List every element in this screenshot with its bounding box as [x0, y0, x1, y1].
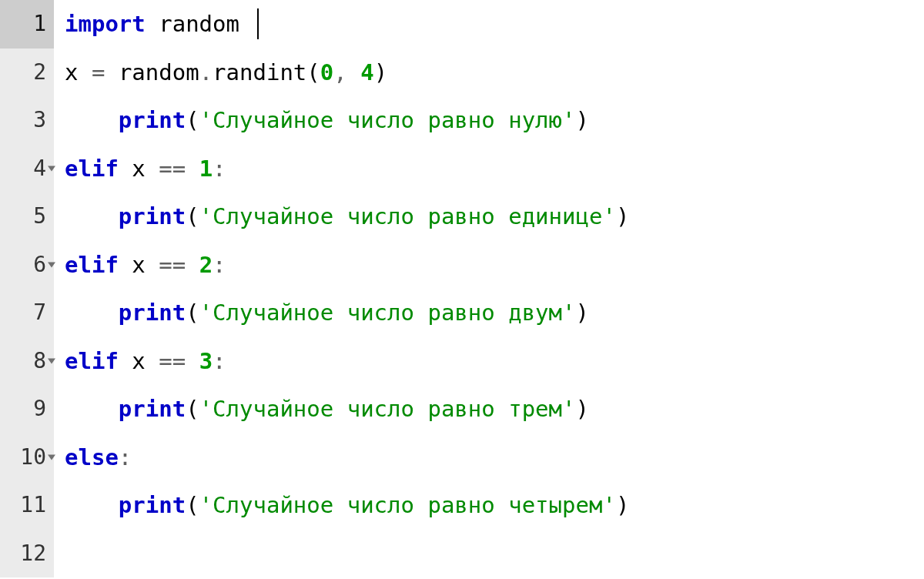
- code-token: 'Случайное число равно трем': [199, 396, 576, 422]
- code-token: ): [616, 203, 629, 229]
- code-content[interactable]: elif x == 2:: [54, 241, 924, 290]
- code-token: randint: [213, 59, 306, 85]
- code-token: =: [92, 59, 105, 85]
- code-token: print: [119, 396, 186, 422]
- code-token: ): [616, 492, 629, 518]
- code-token: (: [186, 203, 199, 229]
- code-token: (: [186, 300, 199, 326]
- indent: [65, 203, 119, 229]
- code-token: elif: [65, 156, 119, 182]
- gutter-line-number[interactable]: 10: [0, 433, 54, 482]
- code-content[interactable]: else:: [54, 433, 924, 482]
- code-token: [78, 59, 91, 85]
- code-line[interactable]: 9 print('Случайное число равно трем'): [0, 385, 924, 433]
- code-token: (: [186, 492, 199, 518]
- code-token: ,: [333, 59, 346, 85]
- indent: [65, 492, 119, 518]
- code-token: 1: [199, 156, 213, 182]
- code-token: [119, 156, 132, 182]
- code-content[interactable]: [54, 530, 924, 578]
- code-line[interactable]: 2x = random.randint(0, 4): [0, 49, 924, 97]
- indent: [65, 396, 119, 422]
- code-token: print: [119, 203, 186, 229]
- code-token: x: [132, 156, 145, 182]
- code-token: print: [119, 300, 186, 326]
- code-line[interactable]: 8elif x == 3:: [0, 337, 924, 386]
- code-content[interactable]: print('Случайное число равно четырем'): [54, 481, 924, 530]
- code-line[interactable]: 7 print('Случайное число равно двум'): [0, 289, 924, 337]
- code-token: [119, 348, 132, 374]
- code-token: ): [374, 59, 387, 85]
- code-token: [186, 252, 199, 278]
- code-line[interactable]: 12: [0, 530, 924, 578]
- code-line[interactable]: 5 print('Случайное число равно единице'): [0, 192, 924, 241]
- code-token: [186, 156, 199, 182]
- code-line[interactable]: 4elif x == 1:: [0, 145, 924, 193]
- code-line[interactable]: 10else:: [0, 433, 924, 482]
- code-content[interactable]: print('Случайное число равно единице'): [54, 192, 924, 241]
- code-token: 'Случайное число равно четырем': [199, 492, 616, 518]
- code-token: random: [119, 59, 199, 85]
- code-token: 'Случайное число равно единице': [199, 203, 616, 229]
- code-token: ): [576, 396, 589, 422]
- gutter-line-number[interactable]: 9: [0, 385, 54, 433]
- code-token: 2: [199, 252, 213, 278]
- code-token: :: [119, 444, 132, 470]
- code-token: [347, 59, 360, 85]
- code-content[interactable]: print('Случайное число равно трем'): [54, 385, 924, 433]
- indent: [65, 107, 119, 133]
- code-token: 4: [360, 59, 373, 85]
- code-token: x: [132, 348, 145, 374]
- gutter-line-number[interactable]: 11: [0, 481, 54, 530]
- code-token: :: [213, 156, 226, 182]
- code-editor[interactable]: 1import random 2x = random.randint(0, 4)…: [0, 0, 924, 577]
- code-line[interactable]: 1import random: [0, 0, 924, 49]
- code-content[interactable]: elif x == 3:: [54, 337, 924, 386]
- gutter-line-number[interactable]: 1: [0, 0, 54, 49]
- gutter-line-number[interactable]: 8: [0, 337, 54, 386]
- code-token: [146, 348, 159, 374]
- code-content[interactable]: import random: [54, 0, 924, 49]
- code-token: 3: [199, 348, 213, 374]
- code-token: ): [576, 107, 589, 133]
- gutter-line-number[interactable]: 4: [0, 145, 54, 193]
- code-token: print: [119, 492, 186, 518]
- code-token: 0: [320, 59, 333, 85]
- code-token: print: [119, 107, 186, 133]
- code-token: :: [213, 252, 226, 278]
- code-token: 'Случайное число равно нулю': [199, 107, 576, 133]
- gutter-line-number[interactable]: 3: [0, 96, 54, 145]
- code-token: ): [576, 300, 589, 326]
- gutter-line-number[interactable]: 6: [0, 241, 54, 290]
- gutter-line-number[interactable]: 7: [0, 289, 54, 337]
- code-token: 'Случайное число равно двум': [199, 300, 576, 326]
- code-token: (: [306, 59, 320, 85]
- code-token: (: [186, 107, 199, 133]
- code-content[interactable]: print('Случайное число равно нулю'): [54, 96, 924, 145]
- code-content[interactable]: x = random.randint(0, 4): [54, 49, 924, 97]
- code-token: else: [65, 444, 119, 470]
- code-token: import: [65, 11, 146, 37]
- code-token: :: [213, 348, 226, 374]
- code-token: [146, 11, 159, 37]
- code-token: elif: [65, 348, 119, 374]
- code-token: ==: [159, 348, 186, 374]
- code-token: x: [65, 59, 78, 85]
- code-token: [186, 348, 199, 374]
- code-token: [119, 252, 132, 278]
- gutter-line-number[interactable]: 12: [0, 530, 54, 578]
- code-token: [146, 252, 159, 278]
- gutter-line-number[interactable]: 5: [0, 192, 54, 241]
- code-line[interactable]: 11 print('Случайное число равно четырем'…: [0, 481, 924, 530]
- code-line[interactable]: 6elif x == 2:: [0, 241, 924, 290]
- code-token: .: [199, 59, 213, 85]
- gutter-line-number[interactable]: 2: [0, 49, 54, 97]
- code-token: elif: [65, 252, 119, 278]
- code-token: ==: [159, 252, 186, 278]
- code-token: [105, 59, 118, 85]
- code-content[interactable]: elif x == 1:: [54, 145, 924, 193]
- code-token: ==: [159, 156, 186, 182]
- code-line[interactable]: 3 print('Случайное число равно нулю'): [0, 96, 924, 145]
- code-content[interactable]: print('Случайное число равно двум'): [54, 289, 924, 337]
- code-token: x: [132, 252, 145, 278]
